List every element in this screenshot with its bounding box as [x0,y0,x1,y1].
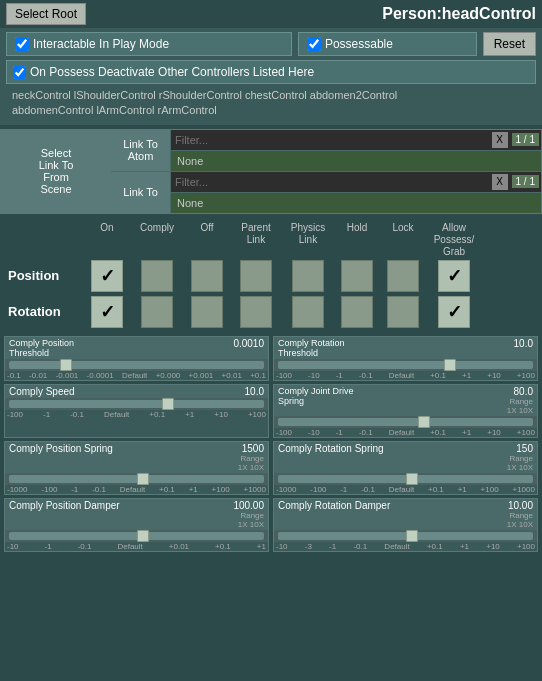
comply-position-spring-track[interactable] [9,475,264,483]
header: Select Root Person:headControl [0,0,542,28]
comply-joint-drive-thumb[interactable] [418,416,430,428]
rotation-lock-checkbox[interactable] [387,296,419,328]
comply-rotation-damper-track[interactable] [278,532,533,540]
comply-position-threshold-thumb[interactable] [60,359,72,371]
comply-rotation-threshold-track-container[interactable] [274,359,537,371]
comply-rotation-threshold-thumb[interactable] [444,359,456,371]
controllers-text: neckControl lShoulderControl rShoulderCo… [6,86,536,121]
link-select-label: Select Link To From Scene [1,130,111,213]
position-on-cell[interactable] [84,260,130,292]
comply-rotation-spring-range: Range 1X 10X [507,454,533,472]
possess-deactivate-checkbox[interactable] [13,66,26,79]
rotation-off-checkbox[interactable] [191,296,223,328]
rotation-allow-possess-cell[interactable] [426,296,482,328]
comply-position-threshold-track-container[interactable] [5,359,268,371]
comply-rotation-threshold-name: Comply Rotation Threshold [278,338,345,358]
link-to-atom-clear[interactable]: X [492,132,508,148]
rotation-parent-link-cell[interactable] [230,296,282,328]
comply-joint-drive-name: Comply Joint Drive Spring [278,386,354,415]
grid-header-parent-link: Parent Link [230,222,282,258]
interactable-checkbox-label[interactable]: Interactable In Play Mode [6,32,292,56]
link-to-inputs: X 1 / 1 None [171,172,541,213]
grid-header-lock: Lock [380,222,426,258]
rotation-on-checkbox[interactable] [91,296,123,328]
possessable-checkbox[interactable] [307,37,321,51]
comply-rotation-damper-thumb[interactable] [406,530,418,542]
comply-position-damper-block: Comply Position Damper 100.00 Range 1X 1… [4,498,269,552]
comply-position-damper-track[interactable] [9,532,264,540]
comply-rotation-spring-value: 150 [516,443,533,454]
comply-position-threshold-track[interactable] [9,361,264,369]
comply-rotation-threshold-track[interactable] [278,361,533,369]
comply-speed-name: Comply Speed [9,386,75,397]
rotation-comply-checkbox[interactable] [141,296,173,328]
position-lock-checkbox[interactable] [387,260,419,292]
comply-rotation-damper-block: Comply Rotation Damper 10.00 Range 1X 10… [273,498,538,552]
comply-position-spring-track-container[interactable] [5,473,268,485]
position-off-cell[interactable] [184,260,230,292]
possessable-checkbox-label[interactable]: Possessable [298,32,477,56]
grid-header-comply: Comply [130,222,184,258]
sliders-section: Comply Position Threshold 0.0010 -0.1-0.… [0,334,542,557]
position-hold-checkbox[interactable] [341,260,373,292]
comply-rotation-spring-track[interactable] [278,475,533,483]
rotation-hold-checkbox[interactable] [341,296,373,328]
rotation-comply-cell[interactable] [130,296,184,328]
comply-rotation-spring-track-container[interactable] [274,473,537,485]
comply-position-spring-name: Comply Position Spring [9,443,113,472]
position-comply-cell[interactable] [130,260,184,292]
comply-position-spring-thumb[interactable] [137,473,149,485]
possess-row: On Possess Deactivate Other Controllers … [6,60,536,84]
comply-speed-value: 10.0 [245,386,264,397]
position-on-checkbox[interactable] [91,260,123,292]
link-to-filter[interactable] [171,172,490,192]
link-to-clear[interactable]: X [492,174,508,190]
position-physics-link-cell[interactable] [282,260,334,292]
rotation-lock-cell[interactable] [380,296,426,328]
possessable-label: Possessable [325,37,393,51]
comply-position-threshold-value: 0.0010 [233,338,264,358]
comply-rotation-spring-thumb[interactable] [406,473,418,485]
rotation-off-cell[interactable] [184,296,230,328]
rotation-label: Rotation [4,304,84,319]
comply-joint-drive-track[interactable] [278,418,533,426]
position-allow-possess-cell[interactable] [426,260,482,292]
grid-header-off: Off [184,222,230,258]
slider-row-2: Comply Speed 10.0 -100-1-0.1Default+0.1+… [4,384,538,438]
position-off-checkbox[interactable] [191,260,223,292]
comply-speed-track[interactable] [9,400,264,408]
select-root-button[interactable]: Select Root [6,3,86,25]
position-hold-cell[interactable] [334,260,380,292]
link-to-count: 1 / 1 [512,175,539,188]
reset-button[interactable]: Reset [483,32,536,56]
position-lock-cell[interactable] [380,260,426,292]
rotation-allow-possess-checkbox[interactable] [438,296,470,328]
rotation-physics-link-cell[interactable] [282,296,334,328]
comply-rotation-damper-track-container[interactable] [274,530,537,542]
link-to-atom-inputs: X 1 / 1 None [171,130,541,171]
position-parent-link-cell[interactable] [230,260,282,292]
position-physics-link-checkbox[interactable] [292,260,324,292]
link-to-atom-filter[interactable] [171,130,490,150]
comply-position-damper-track-container[interactable] [5,530,268,542]
comply-rotation-damper-value: 10.00 [508,500,533,511]
link-to-atom-count: 1 / 1 [512,133,539,146]
position-allow-possess-checkbox[interactable] [438,260,470,292]
position-parent-link-checkbox[interactable] [240,260,272,292]
interactable-checkbox[interactable] [15,37,29,51]
comply-position-damper-thumb[interactable] [137,530,149,542]
comply-joint-drive-track-container[interactable] [274,416,537,428]
possess-label: On Possess Deactivate Other Controllers … [30,65,314,79]
link-to-atom-label: Link To Atom [111,130,171,171]
link-right: Link To Atom X 1 / 1 None Link To X 1 / … [111,130,541,213]
rotation-on-cell[interactable] [84,296,130,328]
slider-row-1: Comply Position Threshold 0.0010 -0.1-0.… [4,336,538,381]
rotation-hold-cell[interactable] [334,296,380,328]
comply-speed-thumb[interactable] [162,398,174,410]
interactable-label: Interactable In Play Mode [33,37,169,51]
rotation-parent-link-checkbox[interactable] [240,296,272,328]
link-to-row: Link To X 1 / 1 None [111,172,541,213]
comply-speed-track-container[interactable] [5,398,268,410]
rotation-physics-link-checkbox[interactable] [292,296,324,328]
position-comply-checkbox[interactable] [141,260,173,292]
